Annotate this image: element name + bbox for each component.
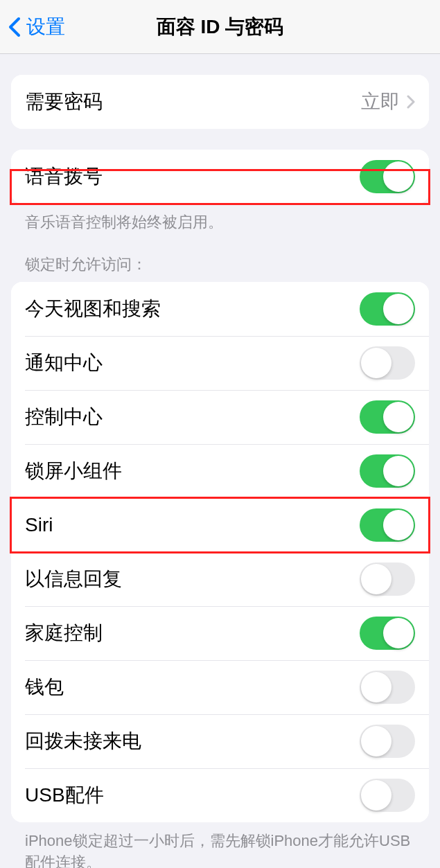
require-passcode-value: 立即 <box>361 89 400 115</box>
voice-dial-row: 语音拨号 <box>11 150 429 204</box>
voice-dial-group: 语音拨号 <box>11 150 429 204</box>
lock-access-label: 锁屏小组件 <box>25 458 122 484</box>
toggle-knob <box>361 780 391 811</box>
lock-access-toggle[interactable] <box>360 400 415 434</box>
lock-access-row: 钱包 <box>11 660 429 714</box>
back-button[interactable]: 设置 <box>8 14 65 40</box>
voice-dial-footer: 音乐语音控制将始终被启用。 <box>0 204 440 233</box>
lock-access-label: Siri <box>25 514 53 536</box>
toggle-knob <box>383 402 414 432</box>
lock-access-label: 以信息回复 <box>25 566 122 592</box>
lock-access-row: 锁屏小组件 <box>11 444 429 498</box>
lock-access-toggle[interactable] <box>360 725 415 758</box>
lock-access-toggle[interactable] <box>360 508 415 542</box>
lock-access-label: 今天视图和搜索 <box>25 296 161 322</box>
chevron-right-icon <box>407 95 415 109</box>
toggle-knob <box>383 294 414 324</box>
lock-access-footer: iPhone锁定超过一小时后，需先解锁iPhone才能允许USB 配件连接。 <box>0 822 440 868</box>
lock-access-toggle[interactable] <box>360 454 415 488</box>
page-title: 面容 ID 与密码 <box>157 14 284 40</box>
lock-access-list: 今天视图和搜索通知中心控制中心锁屏小组件Siri以信息回复家庭控制钱包回拨未接来… <box>11 282 429 822</box>
lock-access-row: 今天视图和搜索 <box>11 282 429 336</box>
require-passcode-group: 需要密码 立即 <box>11 75 429 129</box>
navigation-header: 设置 面容 ID 与密码 <box>0 0 440 54</box>
toggle-knob <box>383 618 414 648</box>
toggle-knob <box>383 510 414 540</box>
toggle-knob <box>383 161 414 192</box>
toggle-knob <box>361 564 391 594</box>
lock-access-toggle[interactable] <box>360 563 415 596</box>
lock-access-row: 以信息回复 <box>11 552 429 606</box>
lock-access-label: 回拨未接来电 <box>25 728 141 754</box>
lock-access-toggle[interactable] <box>360 346 415 380</box>
lock-access-row: 家庭控制 <box>11 606 429 660</box>
toggle-knob <box>383 456 414 486</box>
lock-access-label: 通知中心 <box>25 350 103 376</box>
voice-dial-label: 语音拨号 <box>25 163 103 190</box>
lock-access-label: 钱包 <box>25 674 64 700</box>
lock-access-label: USB配件 <box>25 782 104 808</box>
toggle-knob <box>361 672 391 702</box>
lock-access-header: 锁定时允许访问： <box>0 233 440 282</box>
voice-dial-toggle[interactable] <box>360 160 415 193</box>
back-label: 设置 <box>26 14 65 40</box>
lock-access-row: Siri <box>11 498 429 552</box>
lock-access-row: USB配件 <box>11 768 429 822</box>
toggle-knob <box>361 348 391 378</box>
lock-access-toggle[interactable] <box>360 292 415 326</box>
lock-access-label: 控制中心 <box>25 404 103 430</box>
chevron-left-icon <box>8 17 21 37</box>
lock-access-toggle[interactable] <box>360 671 415 704</box>
lock-access-toggle[interactable] <box>360 779 415 812</box>
lock-access-row: 回拨未接来电 <box>11 714 429 768</box>
lock-access-row: 控制中心 <box>11 390 429 444</box>
toggle-knob <box>361 726 391 756</box>
require-passcode-label: 需要密码 <box>25 89 103 115</box>
require-passcode-row[interactable]: 需要密码 立即 <box>11 75 429 129</box>
lock-access-row: 通知中心 <box>11 336 429 390</box>
lock-access-toggle[interactable] <box>360 617 415 650</box>
lock-access-label: 家庭控制 <box>25 620 103 646</box>
